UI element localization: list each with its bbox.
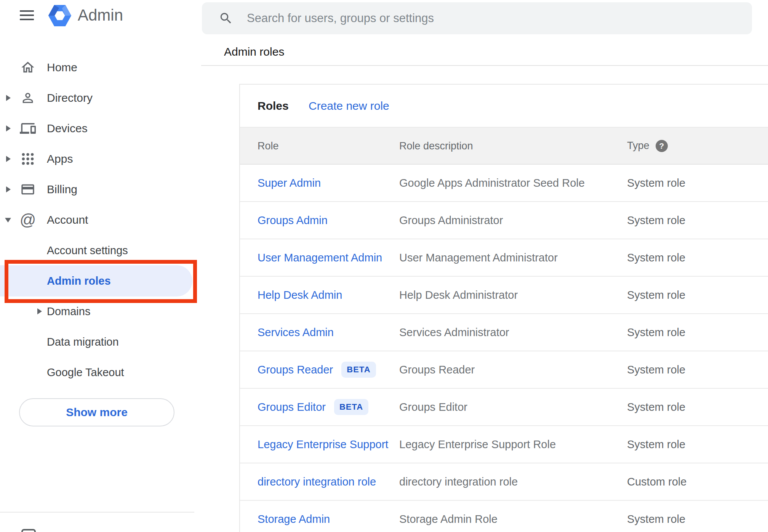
table-body: Super AdminGoogle Apps Administrator See… (240, 165, 768, 532)
create-new-role-link[interactable]: Create new role (309, 99, 389, 112)
devices-icon (20, 120, 36, 137)
roles-card: Roles Create new role Role Role descript… (239, 84, 768, 532)
role-link[interactable]: Help Desk Admin (258, 289, 342, 301)
role-description-cell: Groups Administrator (399, 214, 503, 227)
sidebar-item-google-takeout[interactable]: Google Takeout (0, 357, 201, 388)
chevron-right-icon[interactable] (6, 95, 11, 101)
role-description-cell: Groups Reader (399, 364, 475, 376)
role-type-cell: System role (627, 289, 685, 301)
chevron-right-icon[interactable] (6, 156, 11, 162)
table-row: Super AdminGoogle Apps Administrator See… (240, 165, 768, 202)
menu-icon[interactable] (20, 10, 34, 21)
sidebar: Admin HomeDirectoryDevicesAppsBilling@Ac… (0, 0, 201, 532)
role-link[interactable]: directory integration role (258, 476, 376, 488)
sidebar-item-label: Directory (47, 91, 93, 104)
role-type-cell: System role (627, 326, 685, 339)
sidebar-item-label: Account (47, 213, 88, 226)
column-header-type: Type ? (627, 140, 668, 152)
app-title: Admin (78, 6, 123, 24)
card-title: Roles (258, 99, 289, 112)
role-type-cell: System role (627, 177, 685, 189)
sidebar-item-devices[interactable]: Devices (0, 113, 201, 144)
sidebar-item-label: Data migration (47, 336, 119, 348)
table-row: Help Desk AdminHelp Desk AdministratorSy… (240, 277, 768, 314)
role-link[interactable]: Services Admin (258, 326, 334, 339)
table-row: directory integration roledirectory inte… (240, 463, 768, 501)
sidebar-item-home[interactable]: Home (0, 52, 201, 83)
sidebar-item-billing[interactable]: Billing (0, 174, 201, 205)
role-cell: Legacy Enterprise Support (258, 438, 388, 451)
role-cell: Groups EditorBETA (258, 399, 368, 415)
role-cell: User Management Admin (258, 252, 382, 264)
beta-badge: BETA (334, 399, 368, 415)
chevron-right-icon[interactable] (6, 186, 11, 192)
column-header-type-label: Type (627, 140, 650, 152)
column-header-role-description: Role description (399, 140, 473, 152)
role-cell: Storage Admin (258, 513, 330, 526)
sidebar-item-label: Admin roles (47, 275, 111, 287)
roles-card-header: Roles Create new role (240, 85, 768, 127)
title-divider (201, 65, 768, 66)
table-row: Storage AdminStorage Admin RoleSystem ro… (240, 501, 768, 532)
table-row: Groups AdminGroups AdministratorSystem r… (240, 202, 768, 239)
at-sign-icon: @ (20, 212, 36, 228)
table-row: Services AdminServices AdministratorSyst… (240, 314, 768, 351)
table-row: Groups EditorBETAGroups EditorSystem rol… (240, 389, 768, 426)
search-bar[interactable] (202, 2, 752, 34)
sidebar-item-label: Devices (47, 122, 88, 135)
admin-logo-icon (48, 4, 72, 27)
search-input[interactable] (246, 11, 741, 26)
role-type-cell: Custom role (627, 476, 686, 488)
role-link[interactable]: Storage Admin (258, 513, 330, 526)
role-link[interactable]: Groups Editor (258, 401, 326, 413)
role-link[interactable]: User Management Admin (258, 252, 382, 264)
role-cell: directory integration role (258, 476, 376, 488)
table-row: User Management AdminUser Management Adm… (240, 239, 768, 277)
sidebar-item-domains[interactable]: Domains (0, 296, 201, 327)
chevron-right-icon[interactable] (6, 125, 11, 131)
role-type-cell: System role (627, 438, 685, 451)
role-type-cell: System role (627, 401, 685, 413)
sidebar-item-label: Apps (47, 152, 73, 165)
show-more-button[interactable]: Show more (19, 398, 174, 426)
chevron-down-icon[interactable] (5, 218, 11, 223)
role-description-cell: Storage Admin Role (399, 513, 498, 526)
chevron-right-icon[interactable] (37, 308, 42, 314)
home-icon (20, 59, 36, 76)
search-icon (219, 11, 233, 26)
role-cell: Groups ReaderBETA (258, 362, 376, 378)
role-description-cell: Groups Editor (399, 401, 467, 413)
sidebar-divider (0, 512, 194, 513)
breadcrumb: Admin roles (224, 45, 284, 58)
sidebar-item-directory[interactable]: Directory (0, 83, 201, 113)
sidebar-item-label: Domains (47, 305, 90, 318)
sidebar-item-data-migration[interactable]: Data migration (0, 327, 201, 357)
sidebar-item-label: Account settings (47, 244, 128, 257)
role-type-cell: System role (627, 214, 685, 227)
sidebar-item-label: Google Takeout (47, 366, 124, 379)
role-cell: Help Desk Admin (258, 289, 342, 301)
cutoff-icon (21, 529, 36, 532)
help-icon[interactable]: ? (656, 140, 668, 152)
role-link[interactable]: Groups Reader (258, 364, 333, 376)
role-link[interactable]: Legacy Enterprise Support (258, 438, 388, 451)
role-link[interactable]: Super Admin (258, 177, 321, 189)
sidebar-item-label: Home (47, 61, 77, 74)
role-description-cell: Google Apps Administrator Seed Role (399, 177, 585, 189)
table-row: Groups ReaderBETAGroups ReaderSystem rol… (240, 351, 768, 389)
column-header-role: Role (258, 140, 279, 152)
role-description-cell: directory integration role (399, 476, 518, 488)
credit-card-icon (20, 181, 36, 198)
table-header-row: Role Role description Type ? (240, 127, 768, 165)
role-type-cell: System role (627, 513, 685, 526)
role-link[interactable]: Groups Admin (258, 214, 328, 227)
beta-badge: BETA (341, 362, 376, 378)
sidebar-item-account-settings[interactable]: Account settings (0, 235, 201, 266)
role-description-cell: Services Administrator (399, 326, 509, 339)
sidebar-item-admin-roles[interactable]: Admin roles (0, 266, 201, 296)
role-cell: Services Admin (258, 326, 334, 339)
sidebar-item-apps[interactable]: Apps (0, 144, 201, 174)
sidebar-nav: HomeDirectoryDevicesAppsBilling@AccountA… (0, 52, 201, 388)
person-icon (20, 90, 36, 106)
sidebar-item-account[interactable]: @Account (0, 205, 201, 235)
